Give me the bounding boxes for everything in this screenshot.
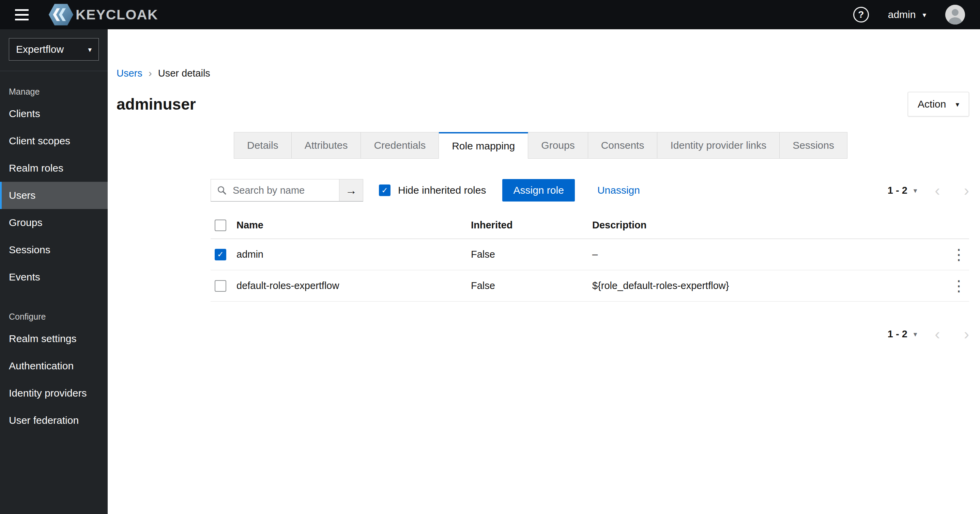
- row-checkbox[interactable]: [215, 280, 226, 292]
- kebab-menu-button[interactable]: ⋮: [949, 278, 969, 293]
- keycloak-logo: KEYCLOAK: [48, 3, 158, 26]
- search-submit-button[interactable]: →: [339, 179, 363, 201]
- sidebar-item-authentication[interactable]: Authentication: [0, 352, 108, 379]
- tab-identity-provider-links[interactable]: Identity provider links: [657, 132, 780, 159]
- checkmark-icon: ✓: [217, 250, 224, 259]
- app-shell: Expertflow ▾ Manage Clients Client scope…: [0, 29, 980, 514]
- section-label-configure: Configure: [0, 312, 108, 322]
- chevron-down-icon: ▾: [913, 330, 917, 338]
- sidebar-item-client-scopes[interactable]: Client scopes: [0, 127, 108, 154]
- select-all-checkbox[interactable]: [215, 220, 226, 231]
- checkmark-icon: ✓: [381, 186, 388, 195]
- sidebar-item-events[interactable]: Events: [0, 263, 108, 291]
- avatar[interactable]: [945, 5, 965, 24]
- chevron-down-icon: ▾: [956, 101, 959, 108]
- realm-selector[interactable]: Expertflow ▾: [9, 38, 99, 60]
- cell-role-name: admin: [237, 249, 471, 260]
- header-right: ? admin ▾: [853, 5, 965, 24]
- breadcrumb: Users › User details: [116, 67, 969, 79]
- user-avatar-icon: [945, 5, 965, 24]
- page-title: adminuser: [116, 95, 196, 113]
- chevron-right-icon[interactable]: ›: [964, 182, 969, 198]
- tab-sessions[interactable]: Sessions: [780, 132, 848, 159]
- kebab-icon: ⋮: [951, 246, 966, 263]
- title-row: adminuser Action ▾: [116, 92, 969, 116]
- brand-text: KEYCLOAK: [76, 7, 158, 23]
- pagination-nav: ‹ ›: [935, 182, 969, 198]
- unassign-link[interactable]: Unassign: [597, 184, 640, 196]
- chevron-down-icon: ▾: [913, 187, 917, 194]
- help-icon[interactable]: ?: [853, 7, 869, 22]
- pagination-toggle[interactable]: 1 - 2 ▾: [888, 185, 917, 196]
- realm-name: Expertflow: [16, 44, 64, 55]
- cell-description: –: [592, 249, 949, 260]
- sidebar-item-groups[interactable]: Groups: [0, 209, 108, 236]
- cell-role-name: default-roles-expertflow: [237, 280, 471, 291]
- roles-table: Name Inherited Description ✓ admin False…: [211, 212, 969, 301]
- hamburger-menu-icon[interactable]: [15, 9, 29, 21]
- realm-selector-area: Expertflow ▾: [0, 29, 108, 71]
- table-header-row: Name Inherited Description: [211, 212, 969, 239]
- tab-details[interactable]: Details: [234, 132, 292, 159]
- pagination-nav: ‹ ›: [935, 326, 969, 342]
- chevron-left-icon[interactable]: ‹: [935, 326, 940, 342]
- pagination-toggle[interactable]: 1 - 2 ▾: [888, 328, 917, 340]
- chevron-left-icon[interactable]: ‹: [935, 182, 940, 198]
- role-mapping-panel: → ✓ Hide inherited roles Assign role Una…: [211, 179, 969, 342]
- sidebar: Expertflow ▾ Manage Clients Client scope…: [0, 29, 108, 514]
- action-button[interactable]: Action ▾: [908, 92, 969, 116]
- toolbar: → ✓ Hide inherited roles Assign role Una…: [211, 179, 969, 201]
- search-group: →: [211, 179, 363, 201]
- tab-credentials[interactable]: Credentials: [361, 132, 439, 159]
- breadcrumb-separator-icon: ›: [149, 67, 152, 79]
- top-pagination: 1 - 2 ▾ ‹ ›: [888, 182, 969, 198]
- kebab-icon: ⋮: [951, 278, 966, 294]
- tab-role-mapping[interactable]: Role mapping: [439, 132, 528, 159]
- column-header-name: Name: [237, 220, 471, 231]
- hide-inherited-label[interactable]: Hide inherited roles: [398, 184, 486, 196]
- search-input[interactable]: [211, 179, 339, 201]
- cell-description: ${role_default-roles-expertflow}: [592, 280, 949, 291]
- bottom-pagination: 1 - 2 ▾ ‹ ›: [211, 326, 969, 342]
- breadcrumb-link-users[interactable]: Users: [116, 68, 142, 79]
- user-menu-dropdown[interactable]: admin ▾: [888, 9, 926, 21]
- sidebar-item-user-federation[interactable]: User federation: [0, 407, 108, 434]
- sidebar-item-sessions[interactable]: Sessions: [0, 236, 108, 263]
- kebab-menu-button[interactable]: ⋮: [949, 247, 969, 262]
- chevron-right-icon[interactable]: ›: [964, 326, 969, 342]
- section-label-manage: Manage: [0, 87, 108, 97]
- column-header-inherited: Inherited: [471, 220, 592, 231]
- table-row: ✓ admin False – ⋮: [211, 239, 969, 270]
- chevron-down-icon: ▾: [88, 46, 92, 53]
- tab-bar: Details Attributes Credentials Role mapp…: [234, 132, 969, 159]
- pagination-range: 1 - 2: [888, 328, 907, 340]
- cell-inherited: False: [471, 249, 592, 260]
- sidebar-item-clients[interactable]: Clients: [0, 100, 108, 127]
- chevron-down-icon: ▾: [923, 11, 926, 18]
- question-mark-glyph: ?: [858, 9, 864, 20]
- arrow-right-icon: →: [345, 184, 357, 197]
- column-header-description: Description: [592, 220, 949, 231]
- tab-consents[interactable]: Consents: [588, 132, 658, 159]
- sidebar-item-users[interactable]: Users: [0, 182, 108, 209]
- sidebar-item-realm-settings[interactable]: Realm settings: [0, 325, 108, 352]
- hide-inherited-checkbox[interactable]: ✓: [379, 184, 390, 196]
- row-checkbox[interactable]: ✓: [215, 249, 226, 260]
- assign-role-button[interactable]: Assign role: [502, 179, 574, 201]
- username-label: admin: [888, 9, 916, 21]
- tab-attributes[interactable]: Attributes: [292, 132, 361, 159]
- pagination-range: 1 - 2: [888, 185, 907, 196]
- sidebar-item-identity-providers[interactable]: Identity providers: [0, 379, 108, 407]
- keycloak-logo-icon: [48, 3, 74, 26]
- search-icon: [217, 185, 227, 195]
- action-button-label: Action: [918, 98, 946, 110]
- breadcrumb-current: User details: [158, 68, 210, 79]
- sidebar-item-realm-roles[interactable]: Realm roles: [0, 154, 108, 182]
- main-content: Users › User details adminuser Action ▾ …: [108, 29, 980, 514]
- table-row: default-roles-expertflow False ${role_de…: [211, 270, 969, 301]
- top-header: KEYCLOAK ? admin ▾: [0, 0, 980, 29]
- cell-inherited: False: [471, 280, 592, 291]
- hide-inherited-roles-control[interactable]: ✓ Hide inherited roles: [379, 184, 486, 196]
- tab-groups[interactable]: Groups: [528, 132, 588, 159]
